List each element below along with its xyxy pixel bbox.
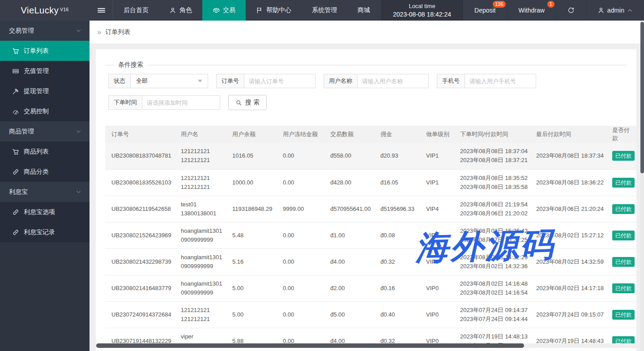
refresh-button[interactable] xyxy=(556,0,586,21)
sidebar-item[interactable]: 商品管理 xyxy=(0,121,90,141)
order-time-line: 2023年07月24日 09:14:37 xyxy=(460,306,528,315)
cell-amount: đ558.00 xyxy=(324,143,374,169)
cell-pay-status: 已付款 xyxy=(606,143,636,169)
sidebar-item[interactable]: 交易管理 xyxy=(0,21,90,41)
cell-frozen: 0.00 xyxy=(277,248,324,275)
top-nav-item[interactable]: 系统管理 xyxy=(302,0,347,21)
username-line1: 121212121 xyxy=(181,306,224,315)
phone-input[interactable] xyxy=(465,74,536,88)
caret-down-icon xyxy=(198,80,202,82)
pay-time-line: 2023年08月08日 18:37:21 xyxy=(460,156,528,165)
deposit-button[interactable]: Deposit 136 xyxy=(463,0,507,21)
cell-balance: 5.00 xyxy=(226,275,277,301)
order-time-line: 2023年08月02日 14:16:48 xyxy=(460,279,528,288)
sidebar-item[interactable]: 利息宝选项 xyxy=(0,202,90,222)
search-icon xyxy=(235,99,242,106)
cell-vip-level: VIP0 xyxy=(420,248,454,275)
horizontal-scrollbar[interactable] xyxy=(96,343,640,348)
cell-order-no: UB2308021416483779 xyxy=(105,275,175,301)
username-line2: 121212121 xyxy=(181,315,224,324)
nav-item-label: 系统管理 xyxy=(312,6,337,14)
cell-order-no: UB2308021432298739 xyxy=(105,248,175,275)
table-header: 订单号用户名用户余额用户冻结金额交易数额佣金做单级别下单时间/付款时间最后付款时… xyxy=(105,126,636,143)
sidebar-item[interactable]: 商品列表 xyxy=(0,141,90,162)
order-no-input[interactable] xyxy=(244,74,316,88)
cell-balance: 1016.05 xyxy=(226,143,277,169)
sidebar-item[interactable]: 充值管理 xyxy=(0,61,90,81)
search-button[interactable]: 搜 索 xyxy=(228,95,267,110)
sidebar-item[interactable]: 提现管理 xyxy=(0,81,90,101)
sidebar-item[interactable]: 利息宝 xyxy=(0,182,90,202)
nav-item-icon xyxy=(169,7,176,14)
sidebar-item-label: 商品列表 xyxy=(24,148,49,156)
cell-amount: đ2.00 xyxy=(324,275,374,301)
sidebar-item-label: 利息宝 xyxy=(9,188,28,196)
cell-pay-status: 已付款 xyxy=(606,301,636,328)
cell-frozen: 0.00 xyxy=(277,301,324,328)
cell-frozen: 0.00 xyxy=(277,169,324,196)
breadcrumb-chevrons-icon: » xyxy=(97,28,101,36)
top-nav: 后台首页 角色 交易 帮助中心 系统管理 xyxy=(113,0,380,21)
hamburger-icon xyxy=(98,7,105,13)
top-bar-right: Local time 2023-08-08 18:42:24 Deposit 1… xyxy=(381,0,644,21)
cell-commission: đ20.93 xyxy=(374,143,420,169)
top-nav-item[interactable]: 商城 xyxy=(347,0,380,21)
sidebar-item-label: 利息宝记录 xyxy=(24,228,55,236)
vertical-scrollbar-thumb[interactable] xyxy=(640,22,644,173)
nav-item-label: 商城 xyxy=(358,6,370,14)
sidebar-item[interactable]: 订单列表 xyxy=(0,41,90,61)
sidebar-item[interactable]: 利息宝记录 xyxy=(0,222,90,242)
order-time-line: 2023年07月19日 14:48:13 xyxy=(460,332,528,341)
paid-status-badge: 已付款 xyxy=(612,257,635,267)
sidebar-item-label: 商品管理 xyxy=(9,128,34,136)
cell-order-pay-time: 2023年08月08日 18:35:52 2023年08月08日 18:35:5… xyxy=(454,169,530,196)
cell-commission: đ0.32 xyxy=(374,248,420,275)
order-time-line: 2023年08月02日 14:32:29 xyxy=(460,253,528,262)
breadcrumb: » 订单列表 xyxy=(90,21,644,43)
cell-pay-status: 已付款 xyxy=(606,248,636,275)
cell-last-pay-time: 2023年08月06日 21:20:24 xyxy=(530,196,606,222)
cell-vip-level: VIP1 xyxy=(420,143,454,169)
sidebar-item-icon xyxy=(12,229,19,236)
cell-last-pay-time: 2023年08月02日 15:27:12 xyxy=(530,222,606,248)
order-time-input[interactable] xyxy=(142,95,220,110)
cell-commission: đ0.08 xyxy=(374,222,420,248)
top-nav-item[interactable]: 帮助中心 xyxy=(246,0,302,21)
local-time-block: Local time 2023-08-08 18:42:24 xyxy=(381,0,463,21)
status-select[interactable]: 全部 xyxy=(130,74,208,88)
cell-order-pay-time: 2023年08月02日 14:16:48 2023年08月02日 14:16:5… xyxy=(454,275,530,301)
search-button-label: 搜 索 xyxy=(245,98,260,107)
username-line2: 0909999999 xyxy=(181,262,224,271)
username-line1: viper xyxy=(181,332,224,341)
table-column-header: 下单时间/付款时间 xyxy=(454,126,530,143)
cell-balance: 5.16 xyxy=(226,248,277,275)
top-nav-item[interactable]: 后台首页 xyxy=(113,0,159,21)
table-column-header: 交易数额 xyxy=(324,126,374,143)
content-card: 条件搜索 状态 全部 订单号 用户名称 xyxy=(96,49,636,351)
top-nav-item[interactable]: 角色 xyxy=(159,0,202,21)
username-input[interactable] xyxy=(357,74,429,88)
sidebar-item[interactable]: 交易控制 xyxy=(0,101,90,121)
chevron-down-icon xyxy=(76,128,81,134)
cell-username: hoanglamit1301 0909999999 xyxy=(175,275,226,301)
status-selected-value: 全部 xyxy=(136,77,148,85)
order-no-filter-group: 订单号 xyxy=(216,74,316,88)
cell-amount: đ570955641.00 xyxy=(324,196,374,222)
withdraw-button[interactable]: Withdraw 1 xyxy=(507,0,556,21)
app-logo-version: V16 xyxy=(60,7,68,12)
cell-commission: đ0.16 xyxy=(374,275,420,301)
vertical-scrollbar[interactable] xyxy=(640,21,644,351)
pay-time-line: 2023年07月24日 09:14:44 xyxy=(460,315,528,324)
horizontal-scrollbar-thumb[interactable] xyxy=(96,343,524,348)
paid-status-badge: 已付款 xyxy=(612,204,635,214)
cell-vip-level: VIP0 xyxy=(420,301,454,328)
cell-commission: đ0.40 xyxy=(374,301,420,328)
user-menu-button[interactable]: admin xyxy=(586,0,644,21)
sidebar-toggle-button[interactable] xyxy=(90,0,113,21)
cell-username: 121212121 121212121 xyxy=(175,301,226,328)
cell-frozen: 0.00 xyxy=(277,143,324,169)
sidebar-item[interactable]: 商品分类 xyxy=(0,162,90,182)
table-row: UB2308021526423969 hoanglamit1301 090999… xyxy=(105,222,636,248)
top-nav-item[interactable]: 交易 xyxy=(202,0,246,21)
nav-item-label: 帮助中心 xyxy=(266,6,291,14)
